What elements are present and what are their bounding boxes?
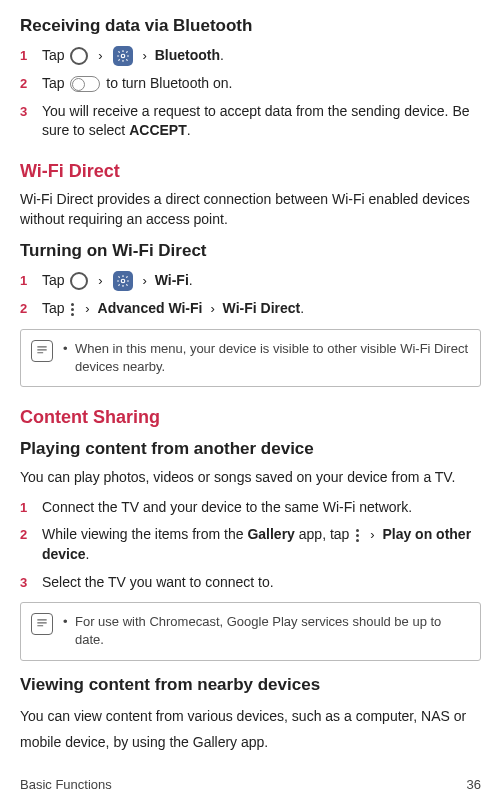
text-tap: Tap	[42, 272, 65, 288]
step-1: Tap › › Wi-Fi.	[20, 271, 481, 291]
chevron-icon: ›	[142, 272, 146, 290]
subheading-turning-on-wifi-direct: Turning on Wi-Fi Direct	[20, 239, 481, 263]
svg-point-0	[121, 54, 125, 58]
steps-bluetooth-receive: Tap › › Bluetooth. Tap to turn Bluetooth…	[20, 46, 481, 141]
subheading-playing-content: Playing content from another device	[20, 437, 481, 461]
label-accept: ACCEPT	[129, 122, 187, 138]
note-box-chromecast: For use with Chromecast, Google Play ser…	[20, 602, 481, 660]
step-3: Select the TV you want to connect to.	[20, 573, 481, 593]
text-tap: Tap	[42, 47, 65, 63]
heading-content-sharing: Content Sharing	[20, 405, 481, 430]
text-rest: to turn Bluetooth on.	[106, 75, 232, 91]
text-period: .	[300, 300, 304, 316]
settings-icon	[113, 271, 133, 291]
note-icon	[31, 613, 53, 635]
text-part-a: You will receive a request to accept dat…	[42, 103, 470, 139]
note-icon	[31, 340, 53, 362]
text-period: .	[220, 47, 224, 63]
label-bluetooth: Bluetooth	[155, 47, 220, 63]
more-options-icon	[356, 529, 359, 542]
chevron-icon: ›	[210, 300, 214, 318]
footer-section-name: Basic Functions	[20, 776, 112, 794]
text-tap: Tap	[42, 300, 65, 316]
page-footer: Basic Functions 36	[20, 776, 481, 794]
label-advanced-wifi: Advanced Wi-Fi	[98, 300, 203, 316]
desc-wifi-direct: Wi-Fi Direct provides a direct connectio…	[20, 190, 481, 229]
chevron-icon: ›	[98, 47, 102, 65]
settings-icon	[113, 46, 133, 66]
circle-icon	[70, 272, 88, 290]
circle-icon	[70, 47, 88, 65]
note-text: When in this menu, your device is visibl…	[63, 340, 470, 376]
steps-playing-content: Connect the TV and your device to the sa…	[20, 498, 481, 592]
step-1: Connect the TV and your device to the sa…	[20, 498, 481, 518]
svg-point-1	[121, 280, 125, 284]
label-gallery: Gallery	[247, 526, 294, 542]
step-3: You will receive a request to accept dat…	[20, 102, 481, 141]
chevron-icon: ›	[142, 47, 146, 65]
step-2: Tap › Advanced Wi-Fi › Wi-Fi Direct.	[20, 299, 481, 319]
chevron-icon: ›	[370, 526, 374, 544]
desc-playing-content: You can play photos, videos or songs sav…	[20, 468, 481, 488]
text-part-c: .	[86, 546, 90, 562]
text-part-b: .	[187, 122, 191, 138]
subheading-viewing-nearby: Viewing content from nearby devices	[20, 673, 481, 697]
chevron-icon: ›	[85, 300, 89, 318]
text-period: .	[189, 272, 193, 288]
more-options-icon	[71, 303, 74, 316]
steps-wifi-direct: Tap › › Wi-Fi. Tap › Advanced Wi-Fi › Wi…	[20, 271, 481, 319]
chevron-icon: ›	[98, 272, 102, 290]
note-box-wifi-direct: When in this menu, your device is visibl…	[20, 329, 481, 387]
text-part-a: While viewing the items from the	[42, 526, 247, 542]
step-2: While viewing the items from the Gallery…	[20, 525, 481, 564]
note-text: For use with Chromecast, Google Play ser…	[63, 613, 470, 649]
heading-receiving-bluetooth: Receiving data via Bluetooth	[20, 14, 481, 38]
toggle-icon	[70, 76, 100, 92]
text-tap: Tap	[42, 75, 65, 91]
desc-viewing-nearby: You can view content from various device…	[20, 704, 481, 754]
text-part-b: app, tap	[295, 526, 353, 542]
heading-wifi-direct: Wi-Fi Direct	[20, 159, 481, 184]
label-wifi-direct: Wi-Fi Direct	[223, 300, 301, 316]
step-1: Tap › › Bluetooth.	[20, 46, 481, 66]
label-wifi: Wi-Fi	[155, 272, 189, 288]
footer-page-number: 36	[467, 776, 481, 794]
step-2: Tap to turn Bluetooth on.	[20, 74, 481, 94]
